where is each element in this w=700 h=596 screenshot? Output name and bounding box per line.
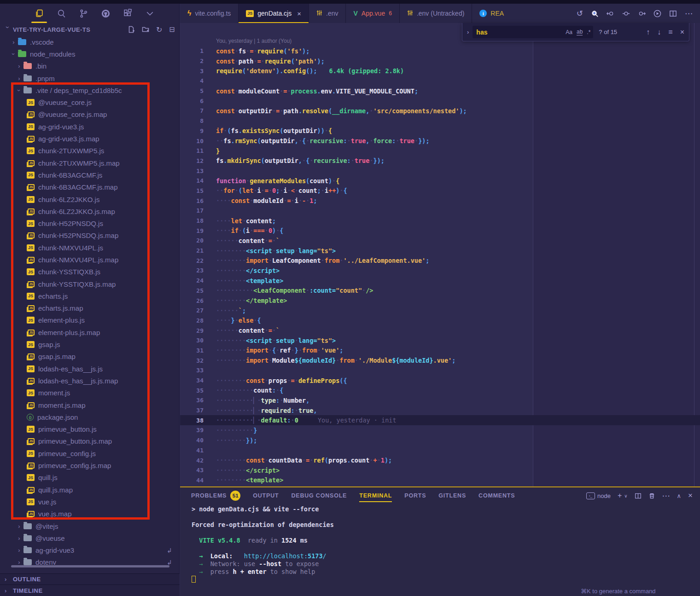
refresh-icon[interactable]: ↻ [156, 25, 162, 34]
code-line[interactable]: 25··········<LeafComponent·:count="count… [180, 286, 700, 296]
find-previous-button[interactable]: ↑ [646, 28, 650, 36]
tree-row[interactable]: JSchunk-6LZ2JKKO.js.map [0, 205, 180, 217]
tree-row[interactable]: JSvue.js.map [0, 508, 180, 520]
panel-tab-comments[interactable]: COMMENTS [478, 487, 515, 504]
tree-row[interactable]: JSchunk-2TUXWMP5.js [0, 145, 180, 157]
find-in-selection-button[interactable]: ≡ [668, 28, 672, 36]
tree-row[interactable]: JSchunk-NMXVU4PL.js.map [0, 254, 180, 266]
history-icon[interactable]: ↺ [577, 9, 583, 18]
code-line[interactable]: 44········<template> [180, 475, 700, 486]
code-line[interactable]: 35··········count:·{ [180, 385, 700, 395]
code-line[interactable]: 29······content·=·` [180, 325, 700, 336]
code-line[interactable]: 5const·moduleCount·=·process.env.VITE_VU… [180, 86, 700, 96]
code-line[interactable]: 18····let·content; [180, 216, 700, 226]
regex-toggle[interactable]: .* [587, 29, 590, 35]
tab-gendata-cjs[interactable]: JSgenData.cjs× [239, 4, 309, 23]
github-icon[interactable] [99, 6, 111, 20]
code-line[interactable]: 23········</script> [180, 266, 700, 276]
code-line[interactable]: 36··········▏·type:·Number, [180, 395, 700, 405]
new-folder-icon[interactable] [142, 26, 149, 33]
source-control-icon[interactable] [77, 6, 89, 20]
code-line[interactable]: 19····if·(i·===·0)·{ [180, 226, 700, 236]
tree-row[interactable]: JSchunk-H52PNSDQ.js.map [0, 230, 180, 242]
tree-row[interactable]: JSchunk-6B3AGCMF.js [0, 169, 180, 181]
tree-row[interactable]: JS@vueuse_core.js [0, 96, 180, 108]
tree-row[interactable]: JS@vueuse_core.js.map [0, 109, 180, 121]
code-line[interactable]: 22········import·LeafComponent·from·'../… [180, 255, 700, 266]
tree-row[interactable]: JSchunk-6B3AGCMF.js.map [0, 181, 180, 193]
match-case-toggle[interactable]: Aa [566, 29, 572, 35]
code-line[interactable]: 11} [180, 146, 700, 156]
code-line[interactable]: 1const·fs·=·require('fs'); [180, 46, 700, 56]
extensions-icon[interactable] [122, 6, 134, 20]
close-panel-icon[interactable]: × [688, 491, 693, 500]
code-line[interactable]: 38··········▏·default:·0You, yesterday ·… [180, 415, 700, 425]
code-line[interactable]: 10··fs.rmSync(outputDir,·{·recursive:·tr… [180, 136, 700, 146]
code-editor[interactable]: You, yesterday | 1 author (You) 1const·f… [180, 23, 700, 486]
tree-row[interactable]: JSecharts.js [0, 290, 180, 302]
code-line[interactable]: 8 [180, 116, 700, 126]
code-line[interactable]: 28····}·else·{ [180, 316, 700, 326]
code-line[interactable]: 4 [180, 76, 700, 86]
tree-row[interactable]: JSvue.js [0, 496, 180, 508]
tree-row[interactable]: ›@vitejs [0, 520, 180, 532]
new-file-icon[interactable] [128, 26, 135, 33]
tree-row[interactable]: JSchunk-YSSTIQXB.js.map [0, 278, 180, 290]
tree-row[interactable]: JSchunk-NMXVU4PL.js [0, 242, 180, 254]
tree-row[interactable]: JSchunk-6LZ2JKKO.js [0, 193, 180, 205]
tree-row[interactable]: JSquill.js.map [0, 484, 180, 496]
code-line[interactable]: 21········<script·setup·lang="ts"> [180, 246, 700, 256]
code-line[interactable]: 41 [180, 446, 700, 456]
tree-row[interactable]: JSag-grid-vue3.js [0, 121, 180, 133]
code-line[interactable]: 33 [180, 365, 700, 376]
changes-icon[interactable] [622, 10, 630, 17]
outline-section[interactable]: › OUTLINE [0, 573, 180, 584]
explorer-icon[interactable] [33, 6, 45, 20]
whole-word-toggle[interactable]: ab [577, 29, 583, 35]
more-icon[interactable]: ⋯ [662, 491, 670, 501]
tree-row[interactable]: JSprimevue_button.js.map [0, 435, 180, 447]
tab--env[interactable]: .env [309, 4, 346, 23]
codelens-blame[interactable]: You, yesterday | 1 author (You) [216, 38, 292, 44]
find-close-button[interactable]: × [680, 28, 684, 36]
run-icon[interactable] [653, 10, 661, 17]
code-line[interactable]: 43········</script> [180, 465, 700, 475]
tree-row[interactable]: JSmoment.js.map [0, 399, 180, 411]
more-chevron-icon[interactable] [144, 6, 156, 20]
code-line[interactable]: 6 [180, 96, 700, 106]
find-next-button[interactable]: ↓ [657, 28, 661, 36]
tree-row[interactable]: JSlodash-es_has__js.js [0, 363, 180, 375]
tree-row[interactable]: › [0, 568, 180, 569]
timeline-section[interactable]: › TIMELINE [0, 584, 180, 596]
code-line[interactable]: 37··········▏·required:·true, [180, 405, 700, 416]
tree-row[interactable]: JSecharts.js.map [0, 302, 180, 314]
find-expand-chevron[interactable]: › [467, 29, 469, 35]
tree-row[interactable]: JSprimevue_config.js.map [0, 459, 180, 471]
code-line[interactable]: 20······content·=·` [180, 236, 700, 246]
explorer-header[interactable]: › VITE-TRY-LARGE-VUE-TS ↻⊟ [0, 23, 180, 36]
search-icon[interactable] [55, 6, 67, 20]
panel-tab-ports[interactable]: PORTS [404, 487, 426, 504]
terminal-selector[interactable]: ›_node [586, 492, 611, 499]
tree-row[interactable]: JSchunk-2TUXWMP5.js.map [0, 157, 180, 169]
tree-row[interactable]: JSgsap.js [0, 338, 180, 350]
tree-row[interactable]: ›@vueuse [0, 532, 180, 544]
code-line[interactable]: 13 [180, 166, 700, 176]
tree-row[interactable]: JSgsap.js.map [0, 351, 180, 363]
tree-row[interactable]: ›.vite / deps_temp_cd1d8b5c [0, 84, 180, 96]
code-line[interactable]: 3require('dotenv').config();6.4k (gzippe… [180, 66, 700, 76]
code-line[interactable]: 26········</template> [180, 295, 700, 306]
prev-change-icon[interactable] [607, 10, 614, 17]
code-line[interactable]: 27······`; [180, 306, 700, 316]
panel-tab-output[interactable]: OUTPUT [253, 487, 279, 504]
tab-close-icon[interactable]: × [297, 10, 301, 17]
tree-row[interactable]: JSprimevue_button.js [0, 423, 180, 435]
split-panel-icon[interactable] [635, 492, 642, 499]
code-line[interactable]: 31········import·{·ref·}·from·'vue'; [180, 346, 700, 356]
tree-row[interactable]: ›ag-grid-vue3↳ [0, 544, 180, 556]
tree-row[interactable]: ›.vscode [0, 36, 180, 48]
split-editor-icon[interactable] [669, 10, 677, 17]
kill-terminal-icon[interactable] [648, 492, 655, 499]
tree-row[interactable]: JSelement-plus.js.map [0, 326, 180, 338]
tree-row[interactable]: {}package.json [0, 411, 180, 423]
